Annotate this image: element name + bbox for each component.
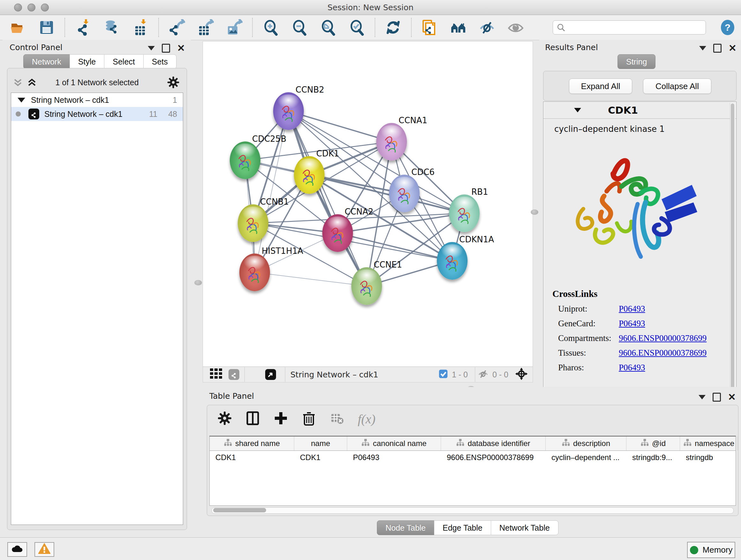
right-splitter-handle[interactable] [531,209,538,215]
table-panel-title: Table Panel [209,391,254,401]
close-icon[interactable]: ✕ [177,45,185,52]
network-canvas[interactable]: CCNB2 CCNA1 CDC25B CDK1 CDC6 RB1 CCNB1 C… [203,41,533,367]
crosslink-link[interactable]: P06493 [619,304,645,314]
houses-icon[interactable] [449,18,467,37]
svg-text:?: ? [725,22,731,33]
open-session-icon[interactable] [9,18,27,37]
float-icon[interactable] [713,44,722,53]
column-header-canonical-name[interactable]: canonical name [347,436,441,450]
expand-all-button[interactable]: Expand All [569,78,632,94]
collapse-triangle-icon[interactable] [699,46,706,51]
crosslink-row: Uniprot:P06493 [558,301,731,316]
tab-network-table[interactable]: Network Table [491,520,558,535]
export-table-icon[interactable] [197,18,214,37]
network-node-ccna2[interactable] [322,214,353,252]
help-button[interactable]: ? [719,19,736,36]
birdseye-icon[interactable] [265,369,276,380]
gear-icon[interactable] [167,76,180,90]
results-scrollbar[interactable] [730,103,735,410]
tree-collapse-icon[interactable] [17,98,25,103]
network-node-cdkn1a[interactable] [437,242,468,280]
network-node-rb1[interactable] [449,194,480,232]
export-network-icon[interactable] [168,18,186,37]
table-hscrollbar[interactable] [212,507,734,514]
crosshair-icon[interactable] [515,367,528,382]
network-node-ccnb2[interactable] [273,92,304,130]
network-node-ccnb1[interactable] [238,204,268,242]
share-badge-icon[interactable] [228,369,239,380]
columns-icon[interactable] [246,411,260,427]
plus-icon[interactable] [273,411,288,427]
export-image-icon[interactable] [225,18,243,37]
clear-table-icon[interactable] [330,411,344,427]
network-node-cdk1[interactable] [294,156,325,194]
trash-icon[interactable] [301,411,316,427]
tab-node-table[interactable]: Node Table [377,520,434,535]
close-icon[interactable]: ✕ [728,394,736,401]
search-input[interactable] [553,20,706,35]
import-table-file-icon[interactable] [131,18,149,37]
node-label-hist1h1a: HIST1H1A [262,246,303,256]
vertical-splitter-handle[interactable] [194,280,202,286]
network-node-ccna1[interactable] [376,123,407,161]
tab-style[interactable]: Style [70,54,105,69]
tab-network[interactable]: Network [23,54,70,69]
crosslink-link[interactable]: P06493 [619,363,645,373]
network-node-hist1h1a[interactable] [239,253,270,291]
collapse-triangle-icon[interactable] [698,395,705,399]
tab-string[interactable]: String [617,54,656,69]
crosslink-link[interactable]: P06493 [619,319,645,328]
close-icon[interactable]: ✕ [729,45,737,52]
checkbox-icon[interactable] [439,369,448,380]
column-header-namespace[interactable]: namespace [680,436,738,450]
toolbar-group [253,18,375,37]
show-hidden-icon[interactable] [507,18,525,37]
zoom-selected-icon[interactable] [348,18,366,37]
cloud-button[interactable] [7,542,27,557]
network-node-ccne1[interactable] [351,267,382,305]
grid-icon[interactable] [209,367,223,382]
entry-collapse-icon[interactable] [574,108,581,112]
import-network-database-icon[interactable] [103,18,121,37]
collapse-all-button[interactable]: Collapse All [643,78,711,94]
column-label: description [573,439,610,448]
table-panel: Table Panel ✕ f(x) shared namenamecanoni… [204,387,741,534]
network-row-selected[interactable]: String Network – cdk1 11 48 [11,107,183,121]
table-row[interactable]: CDK1CDK1P064939606.ENSP00000378699cyclin… [210,451,736,464]
refresh-icon[interactable] [384,18,402,37]
float-icon[interactable] [162,44,170,53]
network-name: String Network – cdk1 [44,110,123,119]
crosslink-link[interactable]: 9606.ENSP00000378699 [619,333,706,343]
tab-edge-table[interactable]: Edge Table [434,520,491,535]
zoom-fit-icon[interactable] [319,18,337,37]
column-header-shared-name[interactable]: shared name [210,436,294,450]
tab-sets[interactable]: Sets [143,54,177,69]
edge-count: 48 [168,110,177,119]
zoom-out-icon[interactable] [290,18,308,37]
network-node-cdc25b[interactable] [230,141,260,179]
column-header-name[interactable]: name [294,436,347,450]
column-header--id[interactable]: @id [626,436,680,450]
crosslink-row: Pharos:P06493 [558,360,731,375]
zoom-in-icon[interactable] [262,18,280,37]
duplicate-network-icon[interactable] [421,18,439,37]
save-session-icon[interactable] [38,18,56,37]
current-network-label: String Network – cdk1 [290,370,378,379]
tree-icon [641,438,649,449]
column-header-database-identifier[interactable]: database identifier [441,436,546,450]
collapse-triangle-icon[interactable] [148,46,155,51]
memory-button[interactable]: Memory [687,542,735,558]
gear-icon[interactable] [217,411,232,427]
node-label-cdk1: CDK1 [316,149,339,159]
tab-select[interactable]: Select [104,54,143,69]
network-node-cdc6[interactable] [389,175,420,212]
hide-selected-icon[interactable] [478,18,496,37]
crosslink-link[interactable]: 9606.ENSP00000378699 [619,348,706,358]
warning-button[interactable] [35,542,54,557]
toolbar-group [0,18,64,37]
column-header-description[interactable]: description [546,436,626,450]
eye-slash-icon[interactable] [478,368,488,381]
network-collection-row[interactable]: String Network – cdk1 1 [11,93,183,107]
import-network-file-icon[interactable] [74,18,92,37]
float-icon[interactable] [713,393,721,401]
